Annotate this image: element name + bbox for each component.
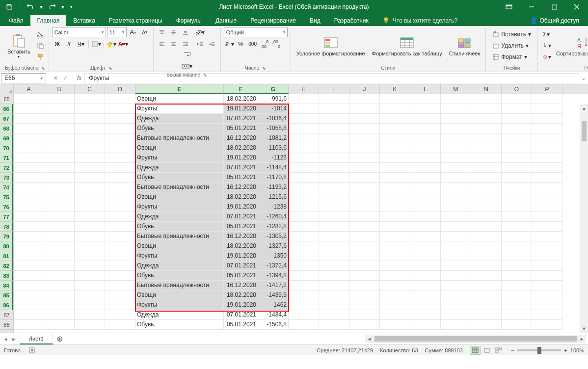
row-header-65[interactable]: 65	[0, 94, 13, 104]
cell-E71[interactable]: Фрукты	[135, 153, 224, 163]
cell-P85[interactable]	[532, 290, 562, 300]
cell-I86[interactable]	[319, 300, 349, 310]
cell-E76[interactable]: Фрукты	[135, 202, 224, 212]
cell-K66[interactable]	[380, 104, 410, 114]
cell-K83[interactable]	[380, 271, 410, 281]
cell-F72[interactable]: 07.01.2021	[224, 163, 258, 173]
cell-P66[interactable]	[532, 104, 562, 114]
cell-K77[interactable]	[380, 212, 410, 222]
cell-N75[interactable]	[471, 192, 502, 202]
cell-H70[interactable]	[289, 143, 319, 153]
cell-C88[interactable]	[75, 320, 105, 330]
cell-D70[interactable]	[105, 143, 135, 153]
cell-B77[interactable]	[44, 212, 75, 222]
cell-N76[interactable]	[471, 202, 502, 212]
cell-K67[interactable]	[380, 114, 410, 124]
cell-H83[interactable]	[289, 271, 319, 281]
cell-M86[interactable]	[441, 300, 471, 310]
cell-D86[interactable]	[105, 300, 135, 310]
cell-G78[interactable]: -1282,8	[258, 222, 289, 232]
cell-G76[interactable]: -1238	[258, 202, 289, 212]
font-launcher[interactable]: ⬊	[108, 66, 112, 71]
cell-M75[interactable]	[441, 192, 471, 202]
cell-K70[interactable]	[380, 143, 410, 153]
row-header-67[interactable]: 67	[0, 114, 13, 124]
cell-J80[interactable]	[349, 241, 380, 251]
cell-A77[interactable]	[14, 212, 44, 222]
align-left-button[interactable]	[157, 39, 167, 49]
cell-C65[interactable]	[75, 94, 105, 104]
cell-A66[interactable]	[14, 104, 44, 114]
cell-F67[interactable]: 07.01.2021	[224, 114, 258, 124]
row-header-74[interactable]: 74	[0, 183, 13, 192]
cell-B75[interactable]	[44, 192, 75, 202]
number-launcher[interactable]: ⬊	[262, 66, 266, 71]
cell-G79[interactable]: -1305,2	[258, 232, 289, 241]
cell-J84[interactable]	[349, 281, 380, 290]
sort-filter-button[interactable]: АЯ Сортировка и фильтр	[554, 29, 588, 62]
cell-O79[interactable]	[502, 232, 532, 241]
decrease-indent-button[interactable]	[195, 39, 206, 49]
cell-E83[interactable]: Обувь	[135, 271, 224, 281]
cell-E75[interactable]: Овощи	[135, 192, 224, 202]
cell-B70[interactable]	[44, 143, 75, 153]
scroll-left-button[interactable]: ◄	[365, 335, 374, 343]
cell-O65[interactable]	[502, 94, 532, 104]
row-header-87[interactable]: 87	[0, 310, 13, 320]
cell-H68[interactable]	[289, 124, 319, 133]
cell-P69[interactable]	[532, 133, 562, 143]
undo-dropdown[interactable]: ▾	[39, 1, 44, 12]
row-header-80[interactable]: 80	[0, 241, 13, 251]
cell-I70[interactable]	[319, 143, 349, 153]
row-header-84[interactable]: 84	[0, 281, 13, 290]
cell-I79[interactable]	[319, 232, 349, 241]
tab-developer[interactable]: Разработчик	[327, 15, 375, 26]
cell-F78[interactable]: 05.01.2021	[224, 222, 258, 232]
cell-P77[interactable]	[532, 212, 562, 222]
cell-B66[interactable]	[44, 104, 75, 114]
cell-P68[interactable]	[532, 124, 562, 133]
cell-F85[interactable]: 18.02.2020	[224, 290, 258, 300]
cell-C80[interactable]	[75, 241, 105, 251]
cell-E84[interactable]: Бытовые принадлежности	[135, 281, 224, 290]
share-button[interactable]: 👤Общий доступ	[523, 15, 586, 26]
col-header-M[interactable]: M	[441, 84, 471, 94]
row-header-88[interactable]: 88	[0, 320, 13, 330]
cell-G65[interactable]: -991,6	[258, 94, 289, 104]
cell-D69[interactable]	[105, 133, 135, 143]
cell-G74[interactable]: -1193,2	[258, 183, 289, 192]
font-name-combo[interactable]: Calibri▾	[52, 27, 106, 37]
col-header-J[interactable]: J	[349, 84, 380, 94]
cell-G72[interactable]: -1148,4	[258, 163, 289, 173]
cell-F74[interactable]: 16.12.2020	[224, 183, 258, 192]
cell-K80[interactable]	[380, 241, 410, 251]
row-header-70[interactable]: 70	[0, 143, 13, 153]
cell-O76[interactable]	[502, 202, 532, 212]
cell-M82[interactable]	[441, 261, 471, 271]
cell-P84[interactable]	[532, 281, 562, 290]
number-format-combo[interactable]: Общий▾	[224, 27, 288, 37]
cell-D76[interactable]	[105, 202, 135, 212]
cell-F76[interactable]: 19.01.2020	[224, 202, 258, 212]
formula-input[interactable]: Фрукты	[84, 73, 579, 83]
underline-button[interactable]: Ч▾	[76, 39, 86, 49]
cell-P76[interactable]	[532, 202, 562, 212]
cell-D67[interactable]	[105, 114, 135, 124]
zoom-in-button[interactable]: +	[564, 347, 567, 353]
cell-M66[interactable]	[441, 104, 471, 114]
cell-O88[interactable]	[502, 320, 532, 330]
cell-L66[interactable]	[410, 104, 441, 114]
cell-M72[interactable]	[441, 163, 471, 173]
cell-N85[interactable]	[471, 290, 502, 300]
page-break-view-button[interactable]	[493, 346, 504, 355]
cell-K68[interactable]	[380, 124, 410, 133]
cell-A73[interactable]	[14, 173, 44, 183]
conditional-formatting-button[interactable]: Условное форматирование	[294, 29, 368, 62]
fill-button[interactable]: ▾	[541, 41, 552, 51]
cell-K78[interactable]	[380, 222, 410, 232]
cell-P67[interactable]	[532, 114, 562, 124]
cell-C77[interactable]	[75, 212, 105, 222]
cell-P79[interactable]	[532, 232, 562, 241]
cell-N77[interactable]	[471, 212, 502, 222]
cell-C76[interactable]	[75, 202, 105, 212]
